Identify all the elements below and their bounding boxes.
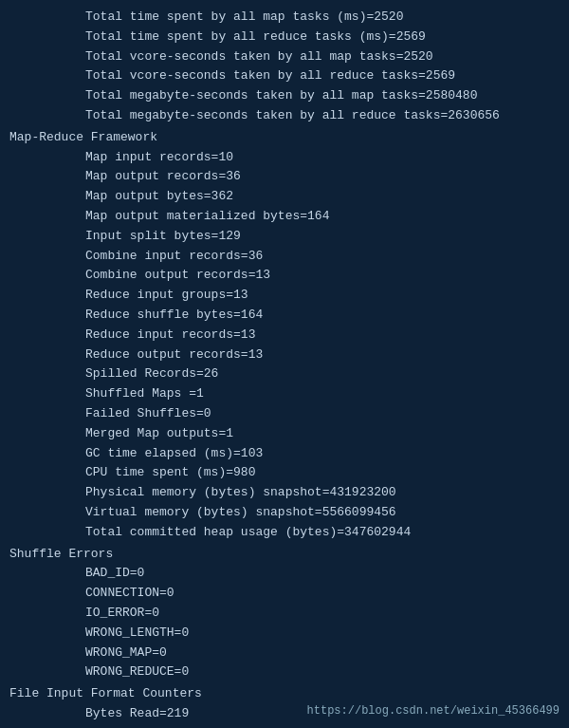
log-line: File Input Format Counters: [9, 684, 560, 704]
log-line: Map output records=36: [9, 167, 560, 187]
log-line: Total megabyte-seconds taken by all redu…: [9, 106, 560, 126]
log-line: Shuffled Maps =1: [9, 384, 560, 404]
log-line: BAD_ID=0: [9, 564, 560, 584]
log-line: Virtual memory (bytes) snapshot=55660994…: [9, 503, 560, 523]
log-line: Input split bytes=129: [9, 227, 560, 247]
log-line: Combine input records=36: [9, 247, 560, 267]
log-line: Map-Reduce Framework: [9, 128, 560, 148]
log-line: Total vcore-seconds taken by all reduce …: [9, 66, 560, 86]
log-line: Map output bytes=362: [9, 187, 560, 207]
log-line: Total megabyte-seconds taken by all map …: [9, 86, 560, 106]
log-line: Total vcore-seconds taken by all map tas…: [9, 47, 560, 67]
watermark: https://blog.csdn.net/weixin_45366499: [307, 702, 560, 720]
log-line: Physical memory (bytes) snapshot=4319232…: [9, 483, 560, 503]
log-line: WRONG_LENGTH=0: [9, 624, 560, 644]
log-line: Reduce output records=13: [9, 345, 560, 365]
log-line: CPU time spent (ms)=980: [9, 463, 560, 483]
log-line: Total time spent by all map tasks (ms)=2…: [9, 8, 560, 28]
log-line: Reduce input groups=13: [9, 286, 560, 306]
log-line: Reduce shuffle bytes=164: [9, 306, 560, 326]
log-line: Total committed heap usage (bytes)=34760…: [9, 523, 560, 543]
log-line: CONNECTION=0: [9, 584, 560, 604]
log-line: Reduce input records=13: [9, 326, 560, 345]
log-line: Merged Map outputs=1: [9, 424, 560, 444]
log-line: Failed Shuffles=0: [9, 404, 560, 424]
log-line: Spilled Records=26: [9, 364, 560, 384]
log-line: Map input records=10: [9, 148, 560, 168]
log-line: Total time spent by all reduce tasks (ms…: [9, 28, 560, 47]
log-line: WRONG_MAP=0: [9, 644, 560, 663]
log-line: Combine output records=13: [9, 266, 560, 286]
log-content: Total time spent by all map tasks (ms)=2…: [9, 8, 560, 728]
log-line: GC time elapsed (ms)=103: [9, 444, 560, 464]
log-line: IO_ERROR=0: [9, 604, 560, 624]
log-line: WRONG_REDUCE=0: [9, 663, 560, 682]
log-line: Map output materialized bytes=164: [9, 207, 560, 227]
log-line: Shuffle Errors: [9, 545, 560, 565]
